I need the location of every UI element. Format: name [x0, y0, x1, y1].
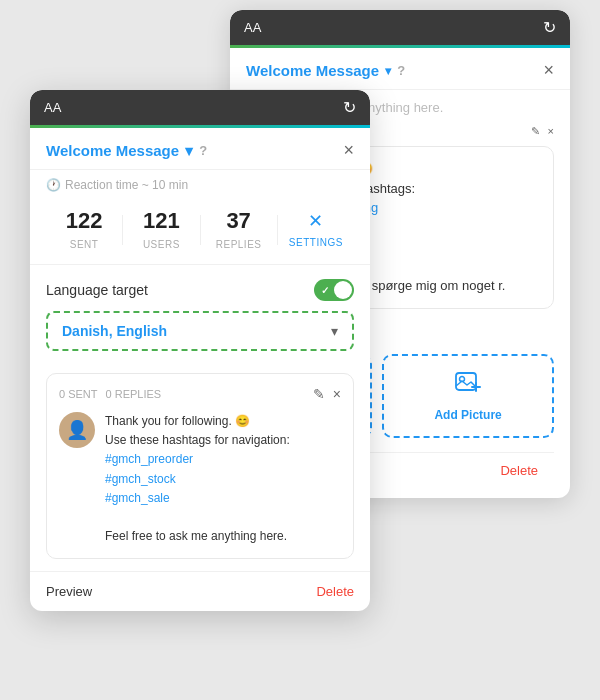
front-message-card: 0 SENT 0 REPLIES ✎ × 👤 Thank you for fol…: [46, 373, 354, 559]
card-edit-icon[interactable]: ✎: [313, 386, 325, 402]
toggle-check-icon: ✓: [321, 285, 329, 296]
card-close-icon[interactable]: ×: [333, 386, 341, 402]
add-picture-button[interactable]: Add Picture: [382, 354, 554, 438]
settings-item[interactable]: ✕ SETTINGS: [278, 210, 354, 250]
add-picture-label: Add Picture: [434, 408, 501, 422]
preview-button[interactable]: Preview: [46, 584, 92, 599]
card-greeting: Thank you for following. 😊: [105, 414, 250, 428]
language-toggle[interactable]: ✓: [314, 279, 354, 301]
card-body: 👤 Thank you for following. 😊 Use these h…: [59, 412, 341, 546]
reaction-time: 🕐 Reaction time ~ 10 min: [30, 170, 370, 200]
card-hashtag-3: #gmch_sale: [105, 491, 170, 505]
clock-icon: 🕐: [46, 178, 61, 192]
back-refresh-icon[interactable]: ↻: [543, 18, 556, 37]
add-picture-icon: [455, 370, 481, 402]
settings-x-icon: ✕: [278, 210, 354, 232]
stat-users-label: USERS: [143, 239, 180, 250]
front-panel-header: Welcome Message ▾ ? ×: [30, 128, 370, 170]
card-top: 0 SENT 0 REPLIES ✎ ×: [59, 386, 341, 402]
front-aa-label: AA: [44, 100, 61, 115]
front-question-mark: ?: [199, 143, 207, 158]
card-hashtag-1: #gmch_preorder: [105, 452, 193, 466]
back-aa-label: AA: [244, 20, 261, 35]
stat-replies: 37 REPLIES: [201, 208, 277, 252]
language-section: Language target ✓ Danish, English ▾: [30, 265, 370, 361]
language-row: Language target ✓: [46, 279, 354, 301]
back-question-mark: ?: [397, 63, 405, 78]
reaction-time-label: Reaction time ~ 10 min: [65, 178, 188, 192]
card-footer: Feel free to ask me anything here.: [105, 529, 287, 543]
stat-sent: 122 SENT: [46, 208, 122, 252]
stat-users-value: 121: [123, 208, 199, 234]
card-sent-count: 0 SENT: [59, 388, 98, 400]
back-delete-button[interactable]: Delete: [500, 463, 538, 478]
avatar: 👤: [59, 412, 95, 448]
language-value: Danish, English: [62, 323, 167, 339]
front-title-text: Welcome Message: [46, 142, 179, 159]
stat-users: 121 USERS: [123, 208, 199, 252]
stat-replies-label: REPLIES: [216, 239, 262, 250]
front-chevron-icon[interactable]: ▾: [185, 142, 193, 160]
card-replies-count: 0 REPLIES: [106, 388, 162, 400]
card-subtitle: Use these hashtags for navigation:: [105, 433, 290, 447]
language-chevron-icon: ▾: [331, 323, 338, 339]
front-refresh-icon[interactable]: ↻: [343, 98, 356, 117]
card-edit-icons: ✎ ×: [313, 386, 341, 402]
front-bottom-bar: Preview Delete: [30, 571, 370, 611]
front-topbar: AA ↻: [30, 90, 370, 125]
stat-replies-value: 37: [201, 208, 277, 234]
back-edit-icon[interactable]: ✎: [531, 125, 540, 138]
stat-sent-label: SENT: [70, 239, 99, 250]
language-target-label: Language target: [46, 282, 148, 298]
back-panel-header: Welcome Message ▾ ? ×: [230, 48, 570, 90]
toggle-circle: [334, 281, 352, 299]
card-message-text: Thank you for following. 😊 Use these has…: [105, 412, 290, 546]
stats-row: 122 SENT 121 USERS 37 REPLIES ✕ SETTINGS: [30, 200, 370, 265]
back-panel-title: Welcome Message ▾ ?: [246, 62, 405, 79]
back-msg-close-icon[interactable]: ×: [548, 125, 554, 138]
front-close-button[interactable]: ×: [343, 140, 354, 161]
card-reply-info: 0 SENT 0 REPLIES: [59, 388, 161, 400]
front-panel: AA ↻ Welcome Message ▾ ? × 🕐 Reaction ti…: [30, 90, 370, 611]
stat-sent-value: 122: [46, 208, 122, 234]
back-topbar: AA ↻: [230, 10, 570, 45]
front-panel-title: Welcome Message ▾ ?: [46, 142, 207, 160]
settings-label: SETTINGS: [289, 237, 343, 248]
back-close-button[interactable]: ×: [543, 60, 554, 81]
front-delete-button[interactable]: Delete: [316, 584, 354, 599]
back-chevron-icon[interactable]: ▾: [385, 64, 391, 78]
card-hashtag-2: #gmch_stock: [105, 472, 176, 486]
back-title-text: Welcome Message: [246, 62, 379, 79]
language-select[interactable]: Danish, English ▾: [46, 311, 354, 351]
